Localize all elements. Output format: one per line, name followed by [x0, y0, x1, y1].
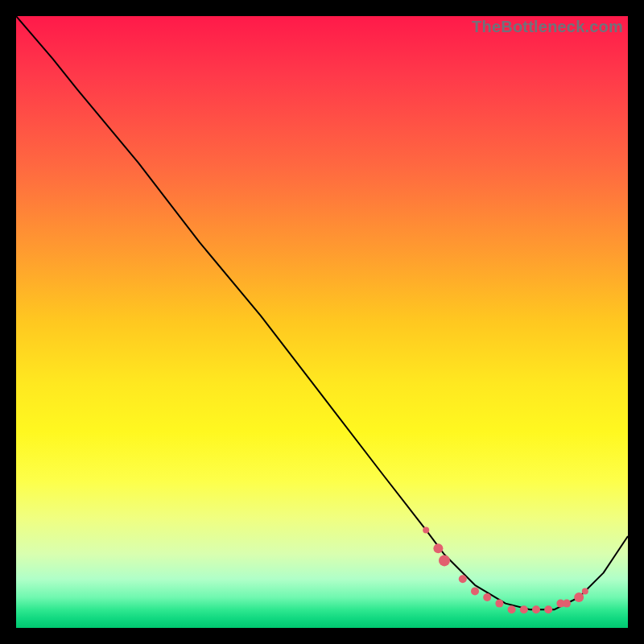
marker-point: [532, 605, 540, 613]
marker-point: [423, 526, 429, 533]
marker-point: [495, 600, 503, 608]
marker-point: [433, 543, 443, 553]
marker-point: [520, 605, 528, 613]
marker-point: [471, 587, 479, 595]
curve-svg: [16, 16, 628, 628]
marker-point: [574, 592, 584, 602]
marker-point: [483, 593, 491, 601]
chart-container: TheBottleneck.com: [0, 0, 644, 644]
marker-point: [544, 605, 552, 613]
marker-point: [459, 575, 467, 583]
highlighted-markers: [423, 526, 588, 613]
marker-point: [563, 600, 571, 608]
marker-point: [439, 555, 450, 566]
marker-point: [582, 588, 588, 594]
bottleneck-curve: [16, 16, 628, 609]
plot-area: TheBottleneck.com: [16, 16, 628, 628]
marker-point: [508, 605, 516, 613]
